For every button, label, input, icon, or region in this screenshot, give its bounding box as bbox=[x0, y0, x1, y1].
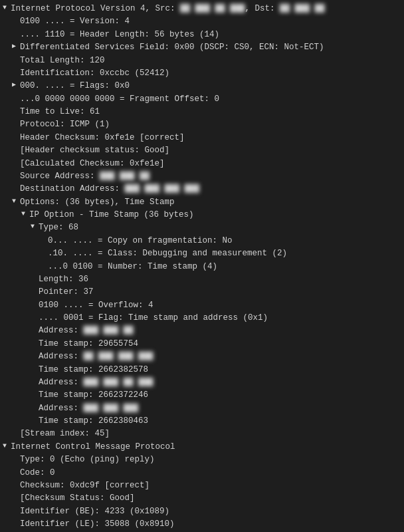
address2-blurred: ██ ███ ███ ███ bbox=[84, 350, 153, 363]
fragment-offset-line: ...0 0000 0000 0000 = Fragment Offset: 0 bbox=[0, 93, 404, 106]
total-length-text: Total Length: 120 bbox=[20, 55, 105, 67]
ttl-line: Time to Live: 61 bbox=[0, 106, 404, 118]
ip-option-line[interactable]: ▼ IP Option - Time Stamp (36 bytes) bbox=[0, 209, 404, 221]
timestamp3-text: Time stamp: 2662372246 bbox=[39, 389, 148, 402]
total-length-line: Total Length: 120 bbox=[0, 55, 404, 67]
dscp-line[interactable]: ▶ Differentiated Services Field: 0x00 (D… bbox=[0, 41, 404, 54]
address4-text: Address: bbox=[39, 402, 84, 415]
icmp-code-text: Code: 0 bbox=[20, 467, 55, 479]
fragment-offset-text: ...0 0000 0000 0000 = Fragment Offset: 0 bbox=[20, 93, 219, 106]
type-expand-icon[interactable]: ▼ bbox=[31, 221, 37, 232]
src-ip-blurred: ██ ███ ██ ███ bbox=[180, 3, 245, 15]
src-address-line: Source Address: ███ ███ ██ bbox=[0, 170, 404, 183]
timestamp2-text: Time stamp: 2662382578 bbox=[39, 364, 148, 376]
identification-line: Identification: 0xccbc (52412) bbox=[0, 67, 404, 80]
identifier-be-text: Identifier (BE): 4233 (0x1089) bbox=[20, 505, 169, 518]
type-text: Type: 68 bbox=[39, 221, 78, 234]
address2-text: Address: bbox=[39, 350, 84, 363]
dst-label: , Dst: bbox=[245, 3, 280, 15]
ip-option-text: IP Option - Time Stamp (36 bytes) bbox=[29, 209, 194, 221]
icmp-code-line: Code: 0 bbox=[0, 467, 404, 479]
packet-tree: ▼ Internet Protocol Version 4, Src: ██ █… bbox=[0, 0, 404, 532]
dst-address-text: Destination Address: bbox=[20, 183, 125, 196]
calc-checksum-text: [Calculated Checksum: 0xfe1e] bbox=[20, 158, 165, 170]
dscp-expand-icon[interactable]: ▶ bbox=[12, 41, 19, 52]
version-line: 0100 .... = Version: 4 bbox=[0, 15, 404, 28]
icmp-checksum-text: Checksum: 0xdc9f [correct] bbox=[20, 479, 150, 492]
timestamp2-line: Time stamp: 2662382578 bbox=[0, 364, 404, 376]
header-length-line: .... 1110 = Header Length: 56 bytes (14) bbox=[0, 29, 404, 41]
version-text: 0100 .... = Version: 4 bbox=[20, 15, 130, 28]
flags-expand-icon[interactable]: ▶ bbox=[12, 80, 19, 90]
icmp-checksum-status-line: [Checksum Status: Good] bbox=[0, 492, 404, 505]
class-line: .10. .... = Class: Debugging and measure… bbox=[0, 247, 404, 260]
overflow-text: 0100 .... = Overflow: 4 bbox=[39, 299, 153, 312]
src-address-text: Source Address: bbox=[20, 170, 100, 183]
address1-line: Address: ███ ███ ██ bbox=[0, 325, 404, 337]
identifier-le-text: Identifier (LE): 35088 (0x8910) bbox=[20, 518, 175, 531]
options-text: Options: (36 bytes), Time Stamp bbox=[20, 196, 175, 209]
header-length-text: .... 1110 = Header Length: 56 bytes (14) bbox=[20, 29, 219, 41]
pointer-text: Pointer: 37 bbox=[39, 286, 94, 299]
checksum-line: Header Checksum: 0xfe1e [correct] bbox=[0, 132, 404, 144]
flag-line: .... 0001 = Flag: Time stamp and address… bbox=[0, 312, 404, 325]
timestamp4-line: Time stamp: 2662380463 bbox=[0, 415, 404, 428]
length-text: Length: 36 bbox=[39, 273, 88, 286]
overflow-line: 0100 .... = Overflow: 4 bbox=[0, 299, 404, 312]
copy-frag-text: 0... .... = Copy on fragmentation: No bbox=[48, 235, 233, 247]
timestamp3-line: Time stamp: 2662372246 bbox=[0, 389, 404, 402]
stream-index-text: [Stream index: 45] bbox=[20, 428, 110, 440]
ip-option-expand-icon[interactable]: ▼ bbox=[21, 209, 28, 219]
expand-icon[interactable]: ▼ bbox=[3, 3, 9, 13]
class-text: .10. .... = Class: Debugging and measure… bbox=[48, 247, 287, 260]
length-line: Length: 36 bbox=[0, 273, 404, 286]
options-expand-icon[interactable]: ▼ bbox=[12, 196, 19, 207]
checksum-status-line: [Header checksum status: Good] bbox=[0, 144, 404, 157]
type-line[interactable]: ▼ Type: 68 bbox=[0, 221, 404, 234]
ipv4-header[interactable]: ▼ Internet Protocol Version 4, Src: ██ █… bbox=[0, 3, 404, 15]
dscp-text: Differentiated Services Field: 0x00 (DSC… bbox=[20, 41, 324, 54]
timestamp1-line: Time stamp: 29655754 bbox=[0, 338, 404, 350]
pointer-line: Pointer: 37 bbox=[0, 286, 404, 299]
flags-text: 000. .... = Flags: 0x0 bbox=[20, 80, 130, 92]
flag-text: .... 0001 = Flag: Time stamp and address… bbox=[39, 312, 268, 325]
number-text: ...0 0100 = Number: Time stamp (4) bbox=[48, 261, 217, 273]
checksum-status-text: [Header checksum status: Good] bbox=[20, 144, 169, 157]
dst-address-line: Destination Address: ███ ███ ███ ███ bbox=[0, 183, 404, 196]
icmp-checksum-line: Checksum: 0xdc9f [correct] bbox=[0, 479, 404, 492]
address3-line: Address: ███ ███ ██ ███ bbox=[0, 376, 404, 389]
identifier-le-line: Identifier (LE): 35088 (0x8910) bbox=[0, 518, 404, 531]
address2-line: Address: ██ ███ ███ ███ bbox=[0, 350, 404, 363]
dst-ip-blurred: ██ ███ ██ bbox=[280, 3, 325, 15]
copy-frag-line: 0... .... = Copy on fragmentation: No bbox=[0, 235, 404, 247]
ipv4-label: Internet Protocol Version 4, Src: bbox=[11, 3, 180, 15]
icmp-label: Internet Control Message Protocol bbox=[11, 441, 175, 454]
address3-blurred: ███ ███ ██ ███ bbox=[84, 376, 153, 389]
flags-line[interactable]: ▶ 000. .... = Flags: 0x0 bbox=[0, 80, 404, 92]
stream-index-line: [Stream index: 45] bbox=[0, 428, 404, 440]
address3-text: Address: bbox=[39, 376, 84, 389]
protocol-line: Protocol: ICMP (1) bbox=[0, 118, 404, 131]
icmp-checksum-status-text: [Checksum Status: Good] bbox=[20, 492, 135, 505]
address4-blurred: ███ ███ ███ bbox=[84, 402, 139, 415]
icmp-header[interactable]: ▼ Internet Control Message Protocol bbox=[0, 441, 404, 454]
number-line: ...0 0100 = Number: Time stamp (4) bbox=[0, 261, 404, 273]
timestamp4-text: Time stamp: 2662380463 bbox=[39, 415, 148, 428]
dst-address-blurred: ███ ███ ███ ███ bbox=[125, 183, 200, 196]
calc-checksum-line: [Calculated Checksum: 0xfe1e] bbox=[0, 158, 404, 170]
icmp-type-line: Type: 0 (Echo (ping) reply) bbox=[0, 454, 404, 466]
timestamp1-text: Time stamp: 29655754 bbox=[39, 338, 138, 350]
address1-text: Address: bbox=[39, 325, 84, 337]
icmp-type-text: Type: 0 (Echo (ping) reply) bbox=[20, 454, 155, 466]
identifier-be-line: Identifier (BE): 4233 (0x1089) bbox=[0, 505, 404, 518]
address1-blurred: ███ ███ ██ bbox=[84, 325, 134, 337]
checksum-text: Header Checksum: 0xfe1e [correct] bbox=[20, 132, 185, 144]
options-line[interactable]: ▼ Options: (36 bytes), Time Stamp bbox=[0, 196, 404, 209]
icmp-expand-icon[interactable]: ▼ bbox=[3, 441, 9, 452]
address4-line: Address: ███ ███ ███ bbox=[0, 402, 404, 415]
src-address-blurred: ███ ███ ██ bbox=[100, 170, 150, 183]
protocol-text: Protocol: ICMP (1) bbox=[20, 118, 110, 131]
identification-text: Identification: 0xccbc (52412) bbox=[20, 67, 169, 80]
ttl-text: Time to Live: 61 bbox=[20, 106, 100, 118]
